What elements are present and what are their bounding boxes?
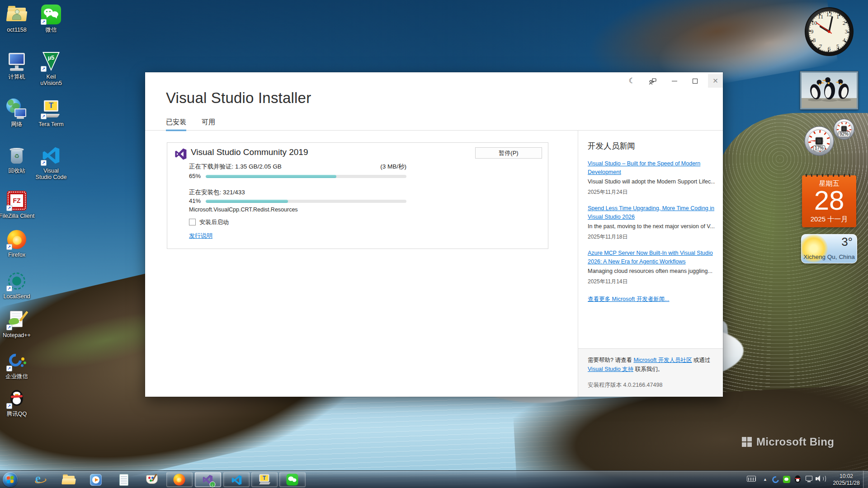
weather-location: Xicheng Qu, China [802,253,857,260]
news-item: Visual Studio – Built for the Speed of M… [588,160,715,196]
developer-news-panel: 开发人员新闻 Visual Studio – Built for the Spe… [578,131,723,348]
desktop-icon-filezilla[interactable]: FZ↗ FileZilla Client [0,190,36,219]
shortcut-arrow-icon: ↗ [6,205,12,211]
shortcut-arrow-icon: ↗ [41,160,47,166]
tray-keyboard-icon[interactable] [747,476,756,482]
more-news-link[interactable]: 查看更多 Microsoft 开发者新闻... [588,296,670,303]
ram-meter-gadget[interactable]: 92% [833,118,855,142]
vs-support-link[interactable]: Visual Studio 支持 [588,366,633,372]
desktop-icon-keil[interactable]: µ5↗ Keil uVision5 [32,51,71,86]
news-item-link[interactable]: Visual Studio – Built for the Speed of M… [588,160,715,176]
taskbar-explorer-button[interactable] [61,473,76,487]
tray-time: 10:02 [830,473,863,480]
network-globe-icon [6,98,28,120]
tray-clock[interactable]: 10:02 2025/11/28 [830,473,863,487]
window-title: Visual Studio Installer [166,89,311,107]
theme-toggle-button[interactable]: ☾ [625,74,639,88]
shortcut-arrow-icon: ↗ [6,366,12,371]
desktop-icon-label: LocalSend [0,293,36,300]
close-icon: ✕ [712,77,718,84]
news-item-link[interactable]: Azure MCP Server Now Built-In with Visua… [588,249,715,266]
installer-version: 安装程序版本 4.0.2166.47498 [588,380,716,389]
minimize-button[interactable] [668,74,681,88]
pause-button[interactable]: 暂停(P) [475,147,542,159]
tray-wecom-icon[interactable] [772,476,779,483]
firefox-icon: ↗ [6,229,28,250]
svg-text:7: 7 [819,43,822,50]
desktop-icon-label: Tera Term [32,121,71,127]
desktop-icon-wechat[interactable]: ↗ 微信 [32,4,71,33]
install-status: 正在安装包: 321/433 [189,188,245,197]
photo-slideshow-gadget[interactable] [800,71,858,109]
svg-text:6: 6 [828,45,831,52]
show-desktop-button[interactable] [863,471,868,488]
shortcut-arrow-icon: ↗ [6,403,12,409]
desktop-icon-computer[interactable]: 计算机 [0,51,36,80]
shortcut-arrow-icon: ↗ [6,324,12,330]
calendar-gadget[interactable]: 星期五 28 2025 十一月 [802,175,856,227]
desktop-icon-label: oct1158 [0,27,36,33]
taskbar-firefox-button[interactable] [166,472,193,487]
news-heading: 开发人员新闻 [588,141,715,151]
taskbar-paint-button[interactable] [145,473,159,487]
cpu-meter-gadget[interactable]: 17% [804,126,835,158]
news-item-summary: Managing cloud resources often means jug… [588,267,715,275]
penguins-photo [802,73,857,108]
cpu-usage-value: 17% [815,145,824,150]
ram-usage-value: 92% [840,131,849,136]
desktop-icon-firefox[interactable]: ↗ Firefox [0,229,36,258]
localsend-icon: ↗ [6,270,28,292]
tray-wechat-icon[interactable] [783,476,790,483]
product-card: Visual Studio Community 2019 暂停(P) 正在下载并… [167,142,548,249]
maximize-button[interactable] [688,74,702,88]
taskbar-teraterm-button[interactable]: T [251,472,278,487]
taskbar-vs-installer-button[interactable]: ↓ [195,472,221,487]
launch-after-install-checkbox[interactable] [189,219,196,225]
tray-qq-icon[interactable] [795,475,801,483]
taskbar: e ↓ T ▲ 1 [0,470,868,488]
desktop-icon-recycle-bin[interactable]: ♻ 回收站 [0,145,36,174]
desktop-icon-label: 回收站 [0,168,36,174]
desktop-icon-localsend[interactable]: ↗ LocalSend [0,270,36,300]
computer-icon [6,51,28,72]
tray-hidden-icons-button[interactable]: ▲ [763,477,767,482]
download-progress-bar [206,175,406,178]
clock-gadget[interactable]: 121 23 45 67 89 1011 [804,7,854,58]
taskbar-media-player-button[interactable] [89,473,103,487]
release-notes-link[interactable]: 发行说明 [189,232,212,239]
taskbar-wechat-button[interactable] [279,472,306,487]
desktop-icon-notepadpp[interactable]: ↗ Notepad++ [0,309,36,338]
tab-installed[interactable]: 已安装 [166,118,186,131]
weather-gadget[interactable]: 3° Xicheng Qu, China [801,234,857,263]
current-package: Microsoft.VisualCpp.CRT.Redist.Resources [189,206,298,213]
taskbar-vscode-button[interactable] [223,472,250,487]
tab-available[interactable]: 可用 [202,118,215,130]
desktop-icon-wecom[interactable]: ↗ 企业微信 [0,350,36,380]
news-item-date: 2025年11月24日 [588,188,715,196]
desktop-icon-teraterm[interactable]: T↗ Tera Term [32,98,71,127]
taskbar-notepad-button[interactable] [117,473,131,487]
tray-network-icon[interactable] [806,476,812,481]
calendar-month: 2025 十一月 [802,215,856,224]
close-button[interactable]: ✕ [708,74,723,88]
tray-volume-icon[interactable] [816,475,826,484]
svg-text:5: 5 [836,43,840,50]
developer-community-link[interactable]: Microsoft 开发人员社区 [633,357,692,363]
desktop-icon-label: Keil uVision5 [35,74,67,86]
start-button[interactable] [3,472,18,487]
taskbar-ie-button[interactable]: e [34,473,49,487]
svg-text:4: 4 [843,37,846,43]
filezilla-icon: FZ↗ [6,190,28,211]
shortcut-arrow-icon: ↗ [41,19,47,25]
desktop-icon-qq[interactable]: ↗ 腾讯QQ [0,388,36,417]
news-item-link[interactable]: Spend Less Time Upgrading, More Time Cod… [588,204,715,221]
news-item: Spend Less Time Upgrading, More Time Cod… [588,204,715,241]
desktop-icon-oct1158[interactable]: oct1158 [0,4,36,33]
svg-text:1: 1 [836,13,840,20]
desktop-icon-network[interactable]: 网络 [0,98,36,127]
desktop-icon-label: 网络 [0,121,36,127]
feedback-button[interactable] [646,74,660,88]
product-name: Visual Studio Community 2019 [191,147,308,157]
desktop-icon-vscode[interactable]: ↗ Visual Studio Code [32,145,71,180]
launch-after-install-row: 安装后启动 [189,218,229,226]
